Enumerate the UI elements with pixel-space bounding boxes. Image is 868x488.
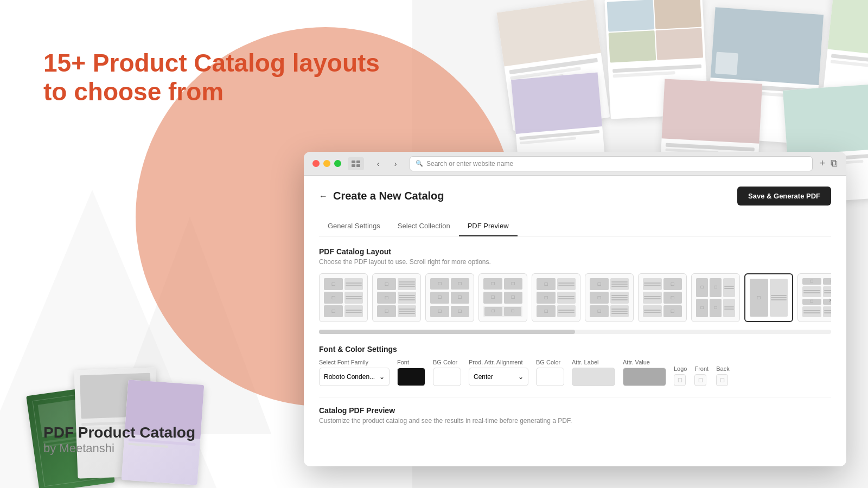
front-checkbox[interactable]: ☐ xyxy=(694,374,706,386)
layout-card-8[interactable]: ☐ ☐ ☐ ☐ xyxy=(691,273,740,322)
preview-section-desc: Customize the product catalog and see th… xyxy=(319,417,831,425)
headline-line2: to choose from xyxy=(43,78,380,106)
layout-card-1[interactable]: ☐ ☐ ☐ xyxy=(319,273,368,322)
prod-attr-align-label: Prod. Attr. Alignment xyxy=(469,359,528,365)
scroll-right-arrow[interactable]: › xyxy=(829,296,831,304)
svg-rect-2 xyxy=(352,164,355,167)
layout-card-9[interactable]: ☐ xyxy=(744,273,793,322)
font-label: Font xyxy=(397,359,425,365)
address-bar-text: Search or enter website name xyxy=(426,160,513,168)
browser-titlebar: ‹ › 🔍 Search or enter website name + ⧉ xyxy=(304,152,846,176)
tab-select-collection[interactable]: Select Collection xyxy=(389,216,459,236)
font-section-title: Font & Color Settings xyxy=(319,345,831,354)
back-arrow[interactable]: ← xyxy=(319,191,328,201)
layout-scrollbar-thumb xyxy=(319,330,575,334)
svg-rect-0 xyxy=(352,160,355,163)
new-tab-icon[interactable]: + xyxy=(819,158,825,169)
headline-line1: 15+ Product Catalog layouts xyxy=(43,49,380,78)
tab-general-settings[interactable]: General Settings xyxy=(319,216,389,236)
layout-card-6[interactable]: ☐ ☐ ☐ xyxy=(585,273,634,322)
attr-label-label: Attr. Label xyxy=(572,359,615,365)
font-family-label: Select Font Family xyxy=(319,359,390,365)
headline-area: 15+ Product Catalog layouts to choose fr… xyxy=(43,49,380,106)
close-button[interactable] xyxy=(312,160,320,167)
browser-content: ← Create a New Catalog Save & Generate P… xyxy=(304,176,846,466)
attr-label-group: Attr. Label xyxy=(572,359,615,386)
logo-group: Logo ☐ xyxy=(674,365,687,386)
layout-section-title: PDF Catalog Layout xyxy=(319,247,831,256)
bg-color-swatch-1[interactable] xyxy=(433,368,461,386)
front-label: Front xyxy=(694,365,709,372)
layout-card-7[interactable]: ☐ ☐ ☐ xyxy=(638,273,687,322)
browser-actions: + ⧉ xyxy=(819,158,838,169)
svg-rect-3 xyxy=(356,164,360,167)
physical-catalog-display xyxy=(33,336,206,488)
bg-color-group-2: BG Color xyxy=(536,359,564,386)
settings-row: Select Font Family Roboto Conden... ⌄ Fo… xyxy=(319,359,831,386)
layout-grid: ☐ ☐ ☐ ☐ ☐ xyxy=(319,273,831,326)
search-icon: 🔍 xyxy=(416,160,423,167)
layout-scrollbar[interactable] xyxy=(319,330,831,334)
page-title-area: ← Create a New Catalog xyxy=(319,190,444,202)
font-color-swatch[interactable] xyxy=(397,368,425,386)
chevron-down-icon-align: ⌄ xyxy=(518,373,524,381)
forward-nav-button[interactable]: › xyxy=(388,156,403,171)
layout-card-2[interactable]: ☐ ☐ ☐ xyxy=(372,273,421,322)
browser-window: ‹ › 🔍 Search or enter website name + ⧉ ←… xyxy=(304,152,846,466)
font-color-settings: Font & Color Settings Select Font Family… xyxy=(319,345,831,386)
back-label: Back xyxy=(716,365,729,372)
bg-color-swatch-2[interactable] xyxy=(536,368,564,386)
logo-label: Logo xyxy=(674,365,687,372)
bg-color-label-1: BG Color xyxy=(433,359,461,365)
layout-scroll-container: ☐ ☐ ☐ ☐ ☐ xyxy=(319,273,831,326)
catalog-preview-section: Catalog PDF Preview Customize the produc… xyxy=(319,397,831,425)
attr-value-swatch[interactable] xyxy=(623,368,666,386)
brand-subtitle: by Meetanshi xyxy=(43,441,195,455)
font-color-group: Font xyxy=(397,359,425,386)
brand-footer: PDF Product Catalog by Meetanshi xyxy=(43,424,195,455)
minimize-button[interactable] xyxy=(323,160,330,167)
preview-section-title: Catalog PDF Preview xyxy=(319,406,831,415)
attr-value-group: Attr. Value xyxy=(623,359,666,386)
save-generate-button[interactable]: Save & Generate PDF xyxy=(737,187,831,206)
bg-color-label-2: BG Color xyxy=(536,359,564,365)
prod-attr-align-group: Prod. Attr. Alignment Center ⌄ xyxy=(469,359,528,386)
nav-buttons: ‹ › xyxy=(371,156,403,171)
back-checkbox[interactable]: ☐ xyxy=(716,374,728,386)
pdf-layout-section: PDF Catalog Layout Choose the PDF layout… xyxy=(319,247,831,334)
tab-pdf-preview[interactable]: PDF Preview xyxy=(459,216,518,236)
font-family-value: Roboto Conden... xyxy=(324,373,375,381)
back-nav-button[interactable]: ‹ xyxy=(371,156,386,171)
layout-card-4[interactable]: ☐ ☐ ☐ ☐ ☐ ☐ xyxy=(478,273,527,322)
attr-label-swatch[interactable] xyxy=(572,368,615,386)
front-group: Front ☐ xyxy=(694,365,709,386)
address-bar[interactable]: 🔍 Search or enter website name xyxy=(410,156,813,171)
bg-color-group-1: BG Color xyxy=(433,359,461,386)
layout-card-5[interactable]: ☐ ☐ ☐ xyxy=(532,273,580,322)
font-family-group: Select Font Family Roboto Conden... ⌄ xyxy=(319,359,390,386)
logo-checkbox[interactable]: ☐ xyxy=(674,374,686,386)
maximize-button[interactable] xyxy=(334,160,341,167)
page-title: Create a New Catalog xyxy=(333,190,444,202)
chevron-down-icon: ⌄ xyxy=(379,373,385,381)
layout-card-10[interactable]: ☐ ☐ ☐ ☐ xyxy=(797,273,831,322)
font-family-select[interactable]: Roboto Conden... ⌄ xyxy=(319,368,390,386)
copy-icon[interactable]: ⧉ xyxy=(831,158,838,169)
traffic-lights xyxy=(312,160,341,167)
svg-rect-1 xyxy=(356,160,360,163)
layout-card-3[interactable]: ☐ ☐ ☐ ☐ ☐ ☐ xyxy=(425,273,474,322)
page-header: ← Create a New Catalog Save & Generate P… xyxy=(319,187,831,206)
layout-toggle-button[interactable] xyxy=(348,157,364,170)
attr-value-label: Attr. Value xyxy=(623,359,666,365)
prod-attr-align-select[interactable]: Center ⌄ xyxy=(469,368,528,386)
layout-section-desc: Choose the PDF layout to use. Scroll rig… xyxy=(319,258,831,266)
align-value: Center xyxy=(474,373,493,381)
brand-title: PDF Product Catalog xyxy=(43,424,195,441)
tabs-nav: General Settings Select Collection PDF P… xyxy=(319,216,831,236)
back-group: Back ☐ xyxy=(716,365,729,386)
